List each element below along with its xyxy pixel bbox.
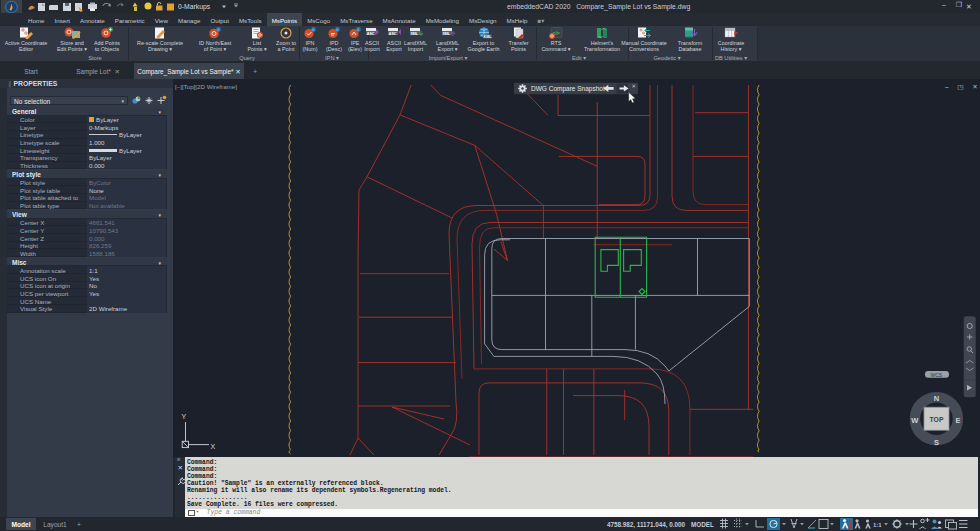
svg-text:Y: Y (182, 413, 187, 420)
svg-text:N: N (934, 394, 939, 403)
svg-text:0-Markups: 0-Markups (178, 3, 211, 11)
svg-text:DWG Compare Snapshot: DWG Compare Snapshot (531, 85, 605, 93)
svg-text:S: S (934, 438, 939, 447)
svg-text:i: i (218, 27, 219, 32)
svg-text:i: i (337, 27, 338, 32)
svg-text:XML: XML (410, 32, 418, 36)
svg-text:i: i (358, 27, 359, 32)
svg-text:TOP: TOP (930, 416, 944, 423)
svg-text:ASC: ASC (367, 32, 375, 36)
svg-text:XML: XML (442, 32, 450, 36)
svg-text:W: W (911, 416, 919, 425)
svg-text:X: X (211, 443, 216, 450)
svg-text:1:1: 1:1 (873, 522, 882, 528)
svg-text:E: E (955, 416, 960, 425)
svg-text:i: i (313, 27, 314, 32)
svg-text:KML: KML (483, 35, 492, 39)
svg-text:WCS: WCS (931, 372, 943, 378)
svg-text:[–][Top][2D Wireframe]: [–][Top][2D Wireframe] (175, 83, 237, 90)
svg-text:ASC: ASC (389, 32, 397, 36)
svg-text:✕: ✕ (632, 83, 637, 89)
svg-text:‒ ◳ ✕: ‒ ◳ ✕ (945, 83, 980, 90)
